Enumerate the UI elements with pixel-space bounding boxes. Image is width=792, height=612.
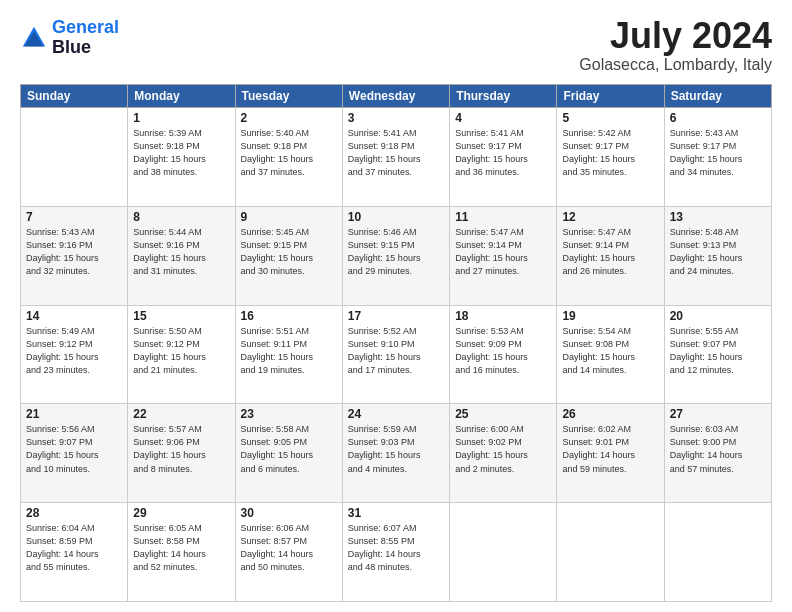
location-title: Golasecca, Lombardy, Italy <box>579 56 772 74</box>
day-info: Sunrise: 5:52 AM Sunset: 9:10 PM Dayligh… <box>348 325 444 377</box>
calendar-cell: 15Sunrise: 5:50 AM Sunset: 9:12 PM Dayli… <box>128 305 235 404</box>
day-info: Sunrise: 5:47 AM Sunset: 9:14 PM Dayligh… <box>455 226 551 278</box>
calendar-cell: 26Sunrise: 6:02 AM Sunset: 9:01 PM Dayli… <box>557 404 664 503</box>
calendar-cell: 3Sunrise: 5:41 AM Sunset: 9:18 PM Daylig… <box>342 108 449 207</box>
calendar-week-row: 7Sunrise: 5:43 AM Sunset: 9:16 PM Daylig… <box>21 206 772 305</box>
calendar-cell: 25Sunrise: 6:00 AM Sunset: 9:02 PM Dayli… <box>450 404 557 503</box>
day-number: 26 <box>562 407 658 421</box>
day-info: Sunrise: 6:03 AM Sunset: 9:00 PM Dayligh… <box>670 423 766 475</box>
calendar-day-header: Monday <box>128 85 235 108</box>
day-number: 6 <box>670 111 766 125</box>
calendar-cell: 23Sunrise: 5:58 AM Sunset: 9:05 PM Dayli… <box>235 404 342 503</box>
day-info: Sunrise: 5:56 AM Sunset: 9:07 PM Dayligh… <box>26 423 122 475</box>
day-info: Sunrise: 6:04 AM Sunset: 8:59 PM Dayligh… <box>26 522 122 574</box>
calendar-day-header: Tuesday <box>235 85 342 108</box>
day-number: 3 <box>348 111 444 125</box>
logo-text: General Blue <box>52 18 119 58</box>
calendar-cell: 9Sunrise: 5:45 AM Sunset: 9:15 PM Daylig… <box>235 206 342 305</box>
calendar-cell: 7Sunrise: 5:43 AM Sunset: 9:16 PM Daylig… <box>21 206 128 305</box>
day-info: Sunrise: 5:45 AM Sunset: 9:15 PM Dayligh… <box>241 226 337 278</box>
calendar-day-header: Friday <box>557 85 664 108</box>
day-number: 12 <box>562 210 658 224</box>
header: General Blue July 2024 Golasecca, Lombar… <box>20 18 772 74</box>
day-number: 17 <box>348 309 444 323</box>
day-number: 18 <box>455 309 551 323</box>
day-info: Sunrise: 5:40 AM Sunset: 9:18 PM Dayligh… <box>241 127 337 179</box>
day-info: Sunrise: 5:46 AM Sunset: 9:15 PM Dayligh… <box>348 226 444 278</box>
calendar-cell: 11Sunrise: 5:47 AM Sunset: 9:14 PM Dayli… <box>450 206 557 305</box>
day-number: 29 <box>133 506 229 520</box>
title-block: July 2024 Golasecca, Lombardy, Italy <box>579 18 772 74</box>
calendar-cell: 24Sunrise: 5:59 AM Sunset: 9:03 PM Dayli… <box>342 404 449 503</box>
day-info: Sunrise: 5:42 AM Sunset: 9:17 PM Dayligh… <box>562 127 658 179</box>
day-number: 5 <box>562 111 658 125</box>
calendar-cell: 10Sunrise: 5:46 AM Sunset: 9:15 PM Dayli… <box>342 206 449 305</box>
day-info: Sunrise: 5:39 AM Sunset: 9:18 PM Dayligh… <box>133 127 229 179</box>
calendar-cell: 5Sunrise: 5:42 AM Sunset: 9:17 PM Daylig… <box>557 108 664 207</box>
day-info: Sunrise: 5:59 AM Sunset: 9:03 PM Dayligh… <box>348 423 444 475</box>
day-info: Sunrise: 5:41 AM Sunset: 9:18 PM Dayligh… <box>348 127 444 179</box>
calendar-cell <box>557 503 664 602</box>
day-number: 22 <box>133 407 229 421</box>
calendar-week-row: 14Sunrise: 5:49 AM Sunset: 9:12 PM Dayli… <box>21 305 772 404</box>
calendar-table: SundayMondayTuesdayWednesdayThursdayFrid… <box>20 84 772 602</box>
calendar-cell: 19Sunrise: 5:54 AM Sunset: 9:08 PM Dayli… <box>557 305 664 404</box>
calendar-header-row: SundayMondayTuesdayWednesdayThursdayFrid… <box>21 85 772 108</box>
day-number: 9 <box>241 210 337 224</box>
calendar-cell <box>450 503 557 602</box>
day-info: Sunrise: 6:02 AM Sunset: 9:01 PM Dayligh… <box>562 423 658 475</box>
month-title: July 2024 <box>579 18 772 54</box>
calendar-cell: 1Sunrise: 5:39 AM Sunset: 9:18 PM Daylig… <box>128 108 235 207</box>
calendar-cell: 13Sunrise: 5:48 AM Sunset: 9:13 PM Dayli… <box>664 206 771 305</box>
calendar-body: 1Sunrise: 5:39 AM Sunset: 9:18 PM Daylig… <box>21 108 772 602</box>
day-number: 14 <box>26 309 122 323</box>
calendar-cell: 17Sunrise: 5:52 AM Sunset: 9:10 PM Dayli… <box>342 305 449 404</box>
calendar-cell: 22Sunrise: 5:57 AM Sunset: 9:06 PM Dayli… <box>128 404 235 503</box>
day-number: 10 <box>348 210 444 224</box>
day-number: 7 <box>26 210 122 224</box>
calendar-week-row: 1Sunrise: 5:39 AM Sunset: 9:18 PM Daylig… <box>21 108 772 207</box>
logo: General Blue <box>20 18 119 58</box>
day-number: 20 <box>670 309 766 323</box>
day-number: 24 <box>348 407 444 421</box>
day-number: 25 <box>455 407 551 421</box>
day-number: 1 <box>133 111 229 125</box>
calendar-day-header: Saturday <box>664 85 771 108</box>
calendar-cell: 16Sunrise: 5:51 AM Sunset: 9:11 PM Dayli… <box>235 305 342 404</box>
calendar-week-row: 21Sunrise: 5:56 AM Sunset: 9:07 PM Dayli… <box>21 404 772 503</box>
logo-icon <box>20 24 48 52</box>
day-info: Sunrise: 6:05 AM Sunset: 8:58 PM Dayligh… <box>133 522 229 574</box>
calendar-cell: 28Sunrise: 6:04 AM Sunset: 8:59 PM Dayli… <box>21 503 128 602</box>
day-number: 16 <box>241 309 337 323</box>
day-info: Sunrise: 5:49 AM Sunset: 9:12 PM Dayligh… <box>26 325 122 377</box>
day-number: 21 <box>26 407 122 421</box>
day-number: 15 <box>133 309 229 323</box>
day-info: Sunrise: 6:07 AM Sunset: 8:55 PM Dayligh… <box>348 522 444 574</box>
day-info: Sunrise: 5:43 AM Sunset: 9:17 PM Dayligh… <box>670 127 766 179</box>
day-number: 23 <box>241 407 337 421</box>
day-info: Sunrise: 5:48 AM Sunset: 9:13 PM Dayligh… <box>670 226 766 278</box>
day-info: Sunrise: 5:41 AM Sunset: 9:17 PM Dayligh… <box>455 127 551 179</box>
day-number: 31 <box>348 506 444 520</box>
day-info: Sunrise: 6:00 AM Sunset: 9:02 PM Dayligh… <box>455 423 551 475</box>
day-info: Sunrise: 5:58 AM Sunset: 9:05 PM Dayligh… <box>241 423 337 475</box>
calendar-cell: 4Sunrise: 5:41 AM Sunset: 9:17 PM Daylig… <box>450 108 557 207</box>
day-number: 19 <box>562 309 658 323</box>
calendar-cell: 31Sunrise: 6:07 AM Sunset: 8:55 PM Dayli… <box>342 503 449 602</box>
day-number: 28 <box>26 506 122 520</box>
day-number: 13 <box>670 210 766 224</box>
calendar-cell: 2Sunrise: 5:40 AM Sunset: 9:18 PM Daylig… <box>235 108 342 207</box>
calendar-cell: 8Sunrise: 5:44 AM Sunset: 9:16 PM Daylig… <box>128 206 235 305</box>
day-info: Sunrise: 5:44 AM Sunset: 9:16 PM Dayligh… <box>133 226 229 278</box>
day-number: 4 <box>455 111 551 125</box>
calendar-day-header: Sunday <box>21 85 128 108</box>
calendar-cell <box>21 108 128 207</box>
day-number: 8 <box>133 210 229 224</box>
day-number: 30 <box>241 506 337 520</box>
day-info: Sunrise: 5:51 AM Sunset: 9:11 PM Dayligh… <box>241 325 337 377</box>
calendar-cell: 12Sunrise: 5:47 AM Sunset: 9:14 PM Dayli… <box>557 206 664 305</box>
calendar-week-row: 28Sunrise: 6:04 AM Sunset: 8:59 PM Dayli… <box>21 503 772 602</box>
calendar-cell: 18Sunrise: 5:53 AM Sunset: 9:09 PM Dayli… <box>450 305 557 404</box>
calendar-cell: 30Sunrise: 6:06 AM Sunset: 8:57 PM Dayli… <box>235 503 342 602</box>
calendar-cell: 14Sunrise: 5:49 AM Sunset: 9:12 PM Dayli… <box>21 305 128 404</box>
